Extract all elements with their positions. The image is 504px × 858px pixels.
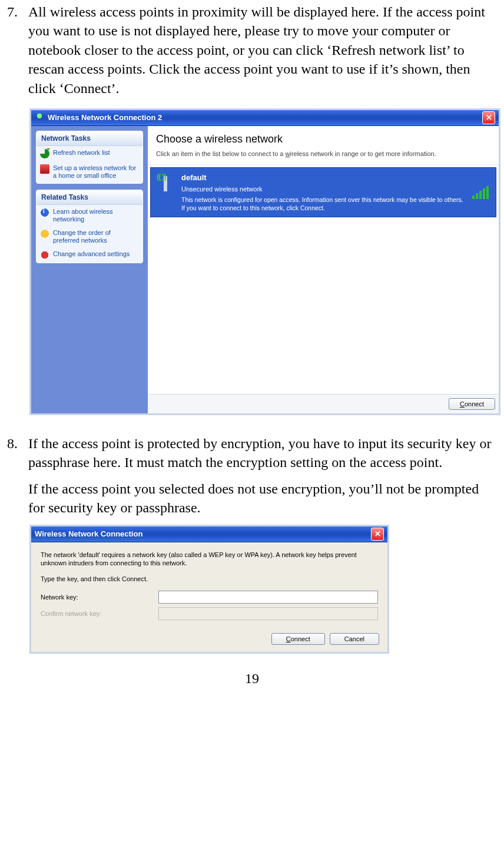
choose-network-subtext: Click an item in the list below to conne… — [156, 150, 490, 162]
network-key-label: Network key: — [41, 593, 158, 602]
step-8-number: 8. — [7, 434, 28, 654]
change-advanced-settings[interactable]: Change advanced settings — [37, 247, 142, 263]
network-tasks-head: Network Tasks — [37, 131, 142, 146]
network-name: default — [181, 173, 466, 183]
related-tasks-group: Related Tasks Learn about wireless netwo… — [36, 190, 143, 264]
star-icon — [40, 229, 49, 238]
related-tasks-head: Related Tasks — [37, 190, 142, 205]
task-label: Change advanced settings — [53, 250, 130, 258]
setup-wireless-network[interactable]: Set up a wireless network for a home or … — [37, 161, 142, 183]
window-title: Wireless Network Connection 2 — [48, 112, 482, 123]
learn-about-wireless[interactable]: Learn about wireless networking — [37, 205, 142, 226]
cancel-button[interactable]: Cancel — [330, 633, 379, 645]
connect-button[interactable]: Connect — [271, 633, 325, 645]
step-8-text-1: If the access point is protected by encr… — [28, 434, 497, 472]
confirm-key-label: Confirm network key: — [41, 609, 158, 618]
network-key-row: Network key: — [41, 591, 378, 604]
wireless-tower-icon — [155, 173, 175, 193]
network-description: This network is configured for open acce… — [181, 196, 466, 211]
close-icon[interactable]: ✕ — [482, 111, 495, 124]
wireless-window: Wireless Network Connection 2 ✕ Network … — [29, 108, 500, 415]
dialog-footer: Connect Cancel — [31, 631, 387, 652]
refresh-network-list[interactable]: Refresh network list — [37, 146, 142, 161]
window-footer: Connect — [148, 394, 499, 413]
refresh-icon — [40, 149, 49, 158]
main-panel: Choose a wireless network Click an item … — [148, 126, 499, 413]
step-7-number: 7. — [7, 2, 28, 420]
network-item-default[interactable]: default Unsecured wireless network This … — [150, 167, 496, 217]
step-8-text-2: If the access point you selected does no… — [28, 479, 497, 518]
dialog-text-2: Type the key, and then click Connect. — [41, 575, 378, 584]
network-list[interactable]: default Unsecured wireless network This … — [148, 165, 499, 394]
network-key-dialog: Wireless Network Connection ✕ The networ… — [29, 525, 389, 654]
step-8: 8. If the access point is protected by e… — [7, 434, 497, 654]
task-label: Change the order of preferred networks — [53, 229, 138, 244]
task-label: Learn about wireless networking — [53, 208, 138, 223]
dialog-titlebar[interactable]: Wireless Network Connection ✕ — [31, 526, 387, 542]
network-status: Unsecured wireless network — [181, 185, 466, 194]
dialog-title: Wireless Network Connection — [35, 529, 371, 539]
close-icon[interactable]: ✕ — [371, 528, 384, 541]
confirm-key-row: Confirm network key: — [41, 607, 378, 620]
confirm-key-input — [158, 607, 378, 620]
signal-icon — [472, 185, 490, 199]
antenna-icon — [35, 113, 44, 122]
info-icon — [40, 208, 49, 217]
change-order-preferred[interactable]: Change the order of preferred networks — [37, 226, 142, 247]
sidebar: Network Tasks Refresh network list Set u… — [31, 126, 148, 413]
task-label: Set up a wireless network for a home or … — [53, 164, 138, 180]
connect-button[interactable]: Connect — [449, 398, 495, 410]
step-7-text: All wireless access points in proximity … — [28, 2, 500, 98]
setup-icon — [40, 164, 49, 174]
network-key-input[interactable] — [158, 591, 378, 604]
gear-icon — [40, 250, 49, 260]
task-label: Refresh network list — [53, 149, 110, 157]
page-number: 19 — [7, 669, 497, 688]
choose-network-heading: Choose a wireless network — [156, 132, 490, 146]
window-titlebar[interactable]: Wireless Network Connection 2 ✕ — [31, 110, 499, 126]
dialog-text-1: The network 'default' requires a network… — [41, 551, 378, 568]
step-7: 7. All wireless access points in proximi… — [7, 2, 497, 420]
network-tasks-group: Network Tasks Refresh network list Set u… — [36, 131, 143, 184]
